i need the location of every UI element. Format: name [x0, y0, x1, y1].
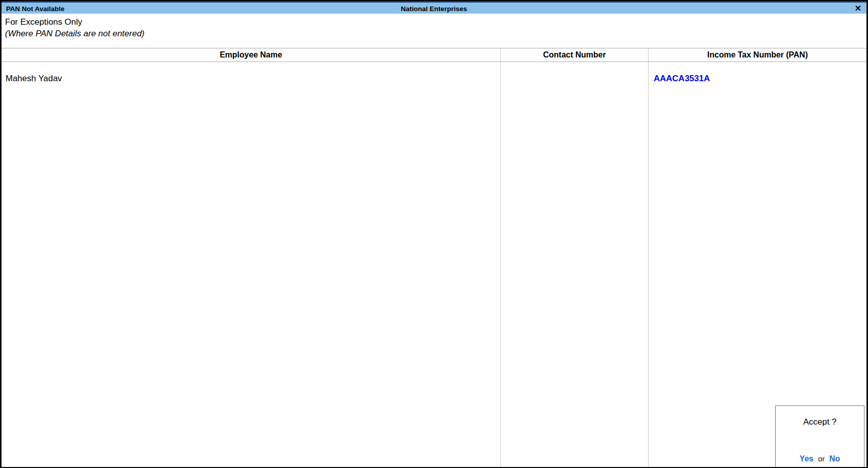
column-contact-number	[501, 62, 649, 467]
pan-value-cell[interactable]: AAACA3531A	[649, 62, 866, 84]
subheader-line1: For Exceptions Only	[5, 16, 145, 28]
employee-name-cell[interactable]: Mahesh Yadav	[2, 62, 500, 84]
accept-no-button[interactable]: No	[829, 454, 840, 463]
close-icon[interactable]: ✕	[855, 4, 861, 14]
company-name-title: National Enterprises	[2, 4, 866, 14]
report-subheader: For Exceptions Only (Where PAN Details a…	[5, 16, 145, 39]
column-header-employee-name: Employee Name	[2, 48, 501, 62]
table-header-row: Employee Name Contact Number Income Tax …	[2, 48, 866, 62]
column-header-contact-number: Contact Number	[501, 48, 649, 62]
column-header-income-tax-number: Income Tax Number (PAN)	[649, 48, 866, 62]
accept-yes-button[interactable]: Yes	[799, 454, 814, 463]
titlebar: PAN Not Available National Enterprises ✕	[2, 1, 866, 14]
accept-or-label: or	[818, 454, 825, 463]
subheader-line2: (Where PAN Details are not entered)	[5, 28, 145, 39]
pan-not-available-window: PAN Not Available National Enterprises ✕…	[0, 0, 868, 468]
accept-choices: Yes or No	[799, 454, 840, 463]
accept-prompt-label: Accept ?	[803, 417, 836, 427]
column-employee-name: Mahesh Yadav	[2, 62, 501, 467]
accept-dialog: Accept ? Yes or No	[775, 405, 864, 467]
table-body: Mahesh Yadav AAACA3531A	[2, 62, 866, 467]
contact-number-cell[interactable]	[501, 62, 648, 74]
